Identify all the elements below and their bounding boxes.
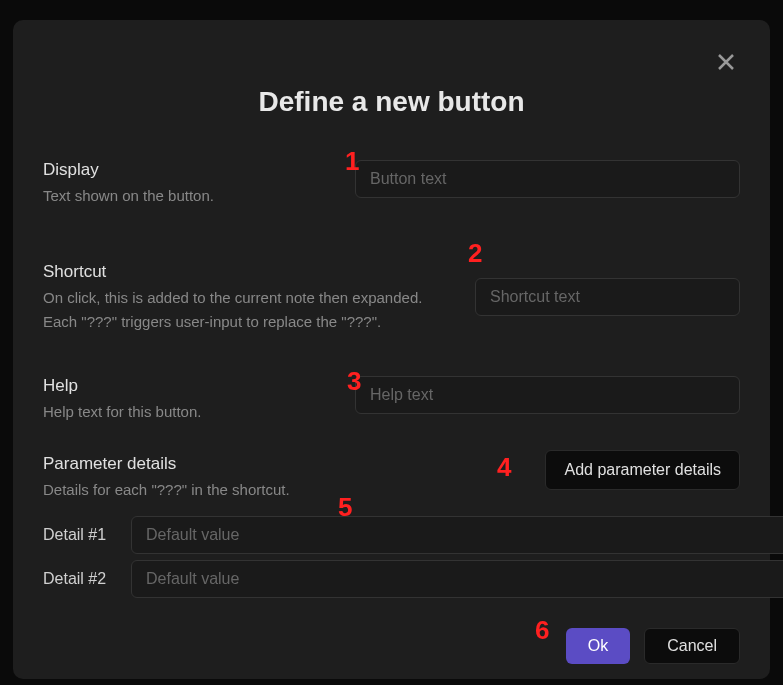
shortcut-input[interactable] [475,278,740,316]
close-icon[interactable] [714,52,738,76]
table-row: Detail #1 [43,516,740,554]
display-field-row: Display Text shown on the button. [43,160,740,208]
help-label: Help [43,376,335,396]
detail-1-default-input[interactable] [131,516,783,554]
table-row: Detail #2 [43,560,740,598]
help-field-row: Help Help text for this button. [43,376,740,424]
shortcut-desc-line2: Each "???" triggers user-input to replac… [43,310,455,334]
help-input[interactable] [355,376,740,414]
cancel-button[interactable]: Cancel [644,628,740,664]
shortcut-label: Shortcut [43,262,455,282]
detail-2-default-input[interactable] [131,560,783,598]
display-desc: Text shown on the button. [43,184,335,208]
param-desc: Details for each "???" in the shortcut. [43,478,290,502]
detail-1-label: Detail #1 [43,526,121,544]
dialog-footer: Ok Cancel [43,628,740,664]
add-parameter-button[interactable]: Add parameter details [545,450,740,490]
dialog-title: Define a new button [43,86,740,118]
define-button-dialog: 1 2 3 4 5 6 Define a new button Display … [13,20,770,679]
shortcut-field-row: Shortcut On click, this is added to the … [43,262,740,334]
display-label: Display [43,160,335,180]
parameter-details-section: Parameter details Details for each "???"… [43,454,740,598]
detail-2-label: Detail #2 [43,570,121,588]
param-label: Parameter details [43,454,290,474]
ok-button[interactable]: Ok [566,628,630,664]
help-desc: Help text for this button. [43,400,335,424]
shortcut-desc-line1: On click, this is added to the current n… [43,286,455,310]
display-input[interactable] [355,160,740,198]
